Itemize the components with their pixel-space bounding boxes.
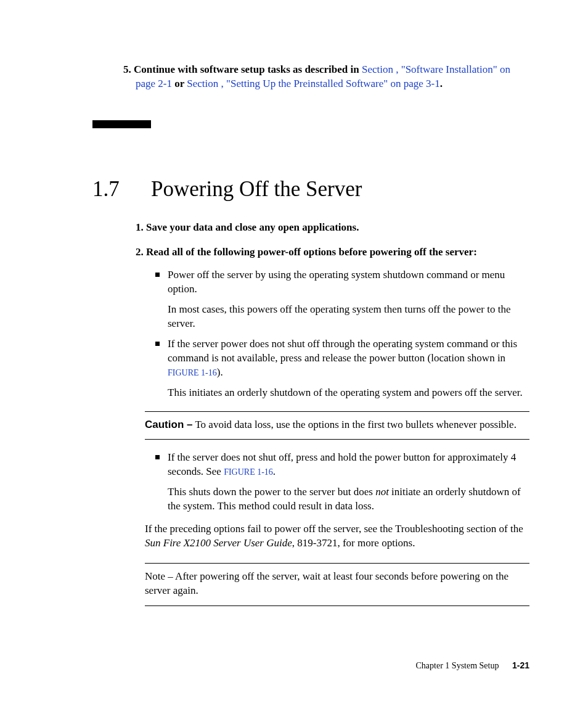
bullet-list-b: If the server does not shut off, press a… — [154, 451, 529, 514]
bullet-3-not: not — [375, 486, 389, 498]
step-1-number: 1. — [136, 221, 144, 233]
trailing-paragraph: If the preceding options fail to power o… — [145, 522, 529, 551]
trail-ital: Sun Fire X2100 Server User Guide — [145, 537, 292, 549]
bullet-1-p2: In most cases, this powers off the opera… — [168, 303, 529, 331]
section-number: 1.7 — [92, 174, 151, 203]
caution-text: To avoid data loss, use the options in t… — [192, 419, 516, 430]
note-label: Note – — [145, 570, 173, 582]
section-heading: 1.7 Powering Off the Server — [92, 174, 529, 203]
section-title: Powering Off the Server — [151, 174, 362, 203]
bullet-3: If the server does not shut off, press a… — [154, 451, 529, 514]
intro-step: 5. Continue with software setup tasks as… — [136, 63, 529, 91]
footer-chapter: Chapter 1 System Setup — [416, 661, 499, 670]
page-footer: Chapter 1 System Setup 1-21 — [416, 660, 529, 672]
intro-link-2[interactable]: Section , "Setting Up the Preinstalled S… — [187, 78, 439, 89]
bullet-list-a: Power off the server by using the operat… — [154, 268, 529, 400]
intro-step-tail: . — [440, 78, 443, 89]
bullet-3-p2: This shuts down the power to the server … — [168, 485, 529, 514]
bullet-3-tail: . — [273, 466, 276, 477]
trail-post: , 819-3721, for more options. — [292, 537, 415, 549]
bullet-1-p1: Power off the server by using the operat… — [168, 268, 529, 297]
bullet-3-p2a: This shuts down the power to the server … — [168, 486, 375, 498]
note-text: After powering off the server, wait at l… — [145, 570, 508, 596]
bullet-3-p1: If the server does not shut off, press a… — [168, 451, 529, 479]
caution-box: Caution – To avoid data loss, use the op… — [145, 411, 529, 440]
bullet-2-lead: If the server power does not shut off th… — [168, 338, 517, 364]
step-1-text: Save your data and close any open applic… — [146, 221, 359, 233]
step-1: 1. Save your data and close any open app… — [136, 221, 529, 235]
bullet-3-lead: If the server does not shut off, press a… — [168, 451, 516, 477]
bullet-2-p2: This initiates an orderly shutdown of th… — [168, 386, 529, 400]
bullet-2: If the server power does not shut off th… — [154, 337, 529, 400]
figure-link-1[interactable]: FIGURE 1-16 — [168, 368, 217, 377]
intro-step-mid: or — [172, 78, 187, 89]
footer-page-number: 1-21 — [512, 660, 529, 670]
section-rule — [92, 120, 151, 128]
figure-link-2[interactable]: FIGURE 1-16 — [224, 467, 273, 477]
step-2-number: 2. — [136, 246, 144, 258]
bullet-2-tail: ). — [217, 366, 223, 378]
intro-step-number: 5. — [123, 64, 131, 75]
caution-label: Caution – — [145, 419, 192, 430]
step-2: 2. Read all of the following power-off o… — [136, 245, 529, 260]
bullet-2-p1: If the server power does not shut off th… — [168, 337, 529, 380]
steps-block: 1. Save your data and close any open app… — [136, 221, 529, 400]
page-container: 5. Continue with software setup tasks as… — [0, 0, 588, 706]
note-box: Note – After powering off the server, wa… — [145, 563, 529, 606]
bullet-1: Power off the server by using the operat… — [154, 268, 529, 331]
step-2-text: Read all of the following power-off opti… — [146, 246, 477, 258]
trail-pre: If the preceding options fail to power o… — [145, 523, 523, 535]
intro-step-lead: Continue with software setup tasks as de… — [134, 64, 362, 75]
steps-block-cont: If the server does not shut off, press a… — [136, 451, 529, 514]
